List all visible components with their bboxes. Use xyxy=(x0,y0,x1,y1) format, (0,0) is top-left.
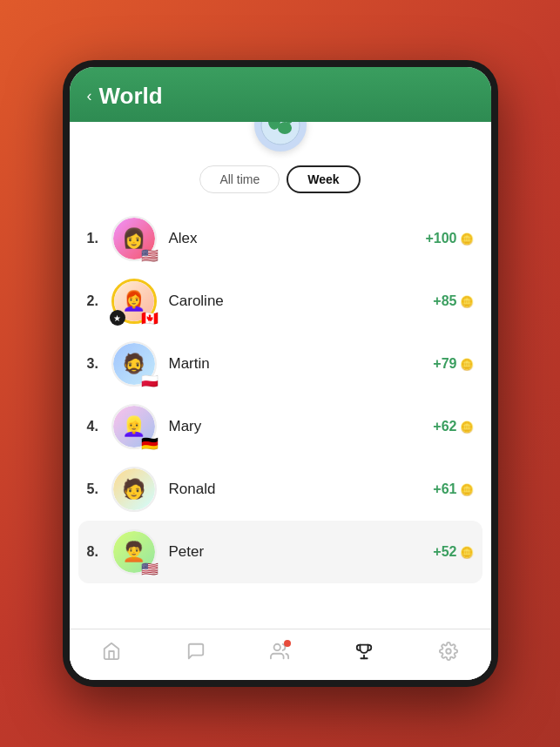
screen: ‹ World All time Wee xyxy=(70,67,491,680)
coin-icon: 🪙 xyxy=(460,358,474,371)
avatar: 👩‍🦰 🇨🇦 ★ xyxy=(111,279,157,324)
back-button[interactable]: ‹ xyxy=(87,87,92,105)
list-item[interactable]: 5. 🧑 Ronald +61 🪙 xyxy=(70,458,491,521)
filter-all-time[interactable]: All time xyxy=(199,165,280,193)
leaderboard-list: 1. 👩 🇺🇸 Alex +100 🪙 2. 👩‍ xyxy=(70,204,491,629)
user-name: Caroline xyxy=(169,293,434,310)
svg-point-2 xyxy=(278,122,292,134)
rank-label: 3. xyxy=(87,356,111,372)
user-name: Ronald xyxy=(169,481,434,498)
star-badge: ★ xyxy=(110,310,125,326)
user-name: Martin xyxy=(169,355,434,373)
content-area: All time Week 1. 👩 🇺🇸 Alex +100 🪙 xyxy=(70,122,491,680)
filter-row: All time Week xyxy=(70,151,491,204)
rank-label: 5. xyxy=(87,481,111,497)
avatar: 👩 🇺🇸 xyxy=(111,216,157,261)
flag-badge: 🇨🇦 xyxy=(141,312,159,326)
list-item[interactable]: 3. 🧔 🇵🇱 Martin +79 🪙 xyxy=(70,333,491,395)
notification-badge xyxy=(284,640,291,647)
user-name: Alex xyxy=(169,230,426,247)
coin-icon: 🪙 xyxy=(460,483,474,496)
rank-label: 4. xyxy=(87,419,111,434)
nav-item-home[interactable] xyxy=(91,638,132,670)
filter-week[interactable]: Week xyxy=(287,165,360,193)
user-name: Mary xyxy=(169,418,434,435)
score-label: +61 🪙 xyxy=(433,481,473,497)
avatar: 🧔 🇵🇱 xyxy=(111,341,157,387)
nav-item-friends[interactable] xyxy=(260,638,300,670)
flag-badge: 🇩🇪 xyxy=(141,437,159,451)
svg-point-5 xyxy=(274,644,280,650)
rank-label: 1. xyxy=(87,231,111,246)
avatar: 👱‍♀️ 🇩🇪 xyxy=(111,404,157,449)
header: ‹ World xyxy=(70,67,491,122)
avatar-circle: 🧑 xyxy=(111,467,157,512)
nav-item-trophy[interactable] xyxy=(344,638,384,670)
bottom-nav xyxy=(70,629,491,680)
nav-item-chat[interactable] xyxy=(176,638,216,670)
list-item-current-user[interactable]: 8. 🧑‍🦱 🇺🇸 Peter +52 🪙 xyxy=(78,521,482,583)
globe-container xyxy=(70,122,491,151)
flag-badge: 🇺🇸 xyxy=(141,249,159,263)
settings-icon xyxy=(439,642,458,666)
nav-item-settings[interactable] xyxy=(428,638,469,670)
user-name: Peter xyxy=(169,543,434,561)
home-icon xyxy=(102,642,121,666)
flag-badge: 🇵🇱 xyxy=(141,374,159,388)
score-label: +85 🪙 xyxy=(433,293,473,309)
globe-icon xyxy=(254,122,307,151)
list-item[interactable]: 1. 👩 🇺🇸 Alex +100 🪙 xyxy=(70,207,491,270)
device-frame: ‹ World All time Wee xyxy=(63,60,498,687)
list-item[interactable]: 2. 👩‍🦰 🇨🇦 ★ Caroline +85 🪙 xyxy=(70,270,491,333)
page-title: World xyxy=(99,83,163,110)
list-item[interactable]: 4. 👱‍♀️ 🇩🇪 Mary +62 🪙 xyxy=(70,395,491,458)
coin-icon: 🪙 xyxy=(460,295,474,308)
coin-icon: 🪙 xyxy=(460,232,474,246)
chat-icon xyxy=(186,642,206,666)
avatar: 🧑‍🦱 🇺🇸 xyxy=(111,529,157,575)
coin-icon: 🪙 xyxy=(460,421,474,434)
score-label: +62 🪙 xyxy=(433,419,473,434)
trophy-icon xyxy=(354,642,374,666)
score-label: +52 🪙 xyxy=(433,544,473,560)
coin-icon: 🪙 xyxy=(460,546,474,559)
score-label: +100 🪙 xyxy=(425,231,473,246)
flag-badge: 🇺🇸 xyxy=(141,562,159,576)
avatar: 🧑 xyxy=(111,467,157,512)
svg-point-7 xyxy=(446,649,451,654)
rank-label: 8. xyxy=(87,544,111,560)
avatar-image: 🧑 xyxy=(113,468,155,510)
score-label: +79 🪙 xyxy=(433,356,473,372)
rank-label: 2. xyxy=(87,293,111,309)
